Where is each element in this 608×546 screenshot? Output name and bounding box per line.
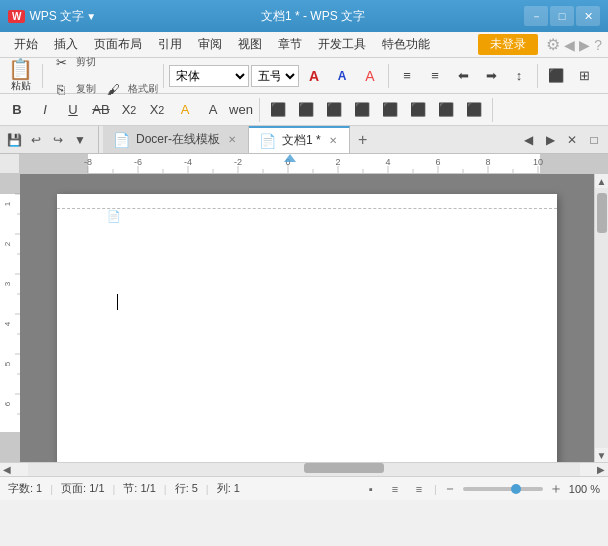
add-tab-button[interactable]: +: [350, 126, 376, 154]
subscript-button[interactable]: X2: [144, 97, 170, 123]
scrollbar-vertical: ▲ ▼: [594, 174, 608, 462]
font-size-select[interactable]: 五号 四号 三号: [251, 65, 299, 87]
sort-button[interactable]: ↕: [506, 63, 532, 89]
page-info: 页面: 1/1: [61, 481, 104, 496]
tab-restore-button[interactable]: □: [584, 130, 604, 150]
font-name-select[interactable]: 宋体: [169, 65, 249, 87]
italic-button[interactable]: I: [32, 97, 58, 123]
bullets-button[interactable]: ≡: [394, 63, 420, 89]
scroll-down-button[interactable]: ▼: [595, 448, 609, 462]
scroll-right-button[interactable]: ▶: [594, 463, 608, 477]
paste-label: 粘贴: [11, 79, 31, 93]
docer-tab-close[interactable]: ✕: [226, 133, 238, 146]
scroll-area[interactable]: 📄: [20, 174, 594, 462]
numbering-button[interactable]: ≡: [422, 63, 448, 89]
help-icon[interactable]: ?: [594, 37, 602, 53]
menu-review[interactable]: 审阅: [190, 34, 230, 55]
svg-rect-35: [0, 174, 20, 194]
forward-icon[interactable]: ▶: [579, 37, 590, 53]
sort2-button[interactable]: ⬛: [461, 97, 487, 123]
dropdown-arrow[interactable]: ▼: [86, 11, 96, 22]
save-quick-button[interactable]: 💾: [4, 130, 24, 150]
zoom-minus-button[interactable]: －: [443, 480, 457, 498]
zoom-slider[interactable]: [463, 487, 543, 491]
font-color2-button[interactable]: A: [200, 97, 226, 123]
redo-quick-button[interactable]: ↪: [48, 130, 68, 150]
quick-access-icons: 💾 ↩ ↪ ▼: [4, 126, 99, 153]
svg-rect-36: [0, 432, 20, 462]
ruler-corner: [0, 154, 20, 174]
scroll-up-button[interactable]: ▲: [595, 174, 609, 188]
login-button[interactable]: 未登录: [478, 34, 538, 55]
doc1-tab-close[interactable]: ✕: [327, 134, 339, 147]
font-color-button[interactable]: A: [357, 63, 383, 89]
wps-logo: W WPS 文字 ▼: [8, 8, 96, 25]
bold-button[interactable]: B: [4, 97, 30, 123]
tab-prev-button[interactable]: ◀: [518, 130, 538, 150]
scrollbar-v-track[interactable]: [595, 188, 608, 448]
menu-start[interactable]: 开始: [6, 34, 46, 55]
justify-button[interactable]: ⬛: [349, 97, 375, 123]
minimize-button[interactable]: －: [524, 6, 548, 26]
cut-button[interactable]: ✂: [48, 49, 74, 75]
svg-text:6: 6: [3, 401, 12, 406]
scroll-left-button[interactable]: ◀: [0, 463, 14, 477]
svg-text:5: 5: [3, 361, 12, 366]
back-icon[interactable]: ◀: [564, 37, 575, 53]
view-normal-button[interactable]: ▪: [362, 480, 380, 498]
align-center-button[interactable]: ⬛: [293, 97, 319, 123]
col-info: 列: 1: [217, 481, 240, 496]
strikethrough-button[interactable]: AB: [88, 97, 114, 123]
tab-docer[interactable]: 📄 Docer-在线模板 ✕: [103, 126, 249, 153]
view-web-button[interactable]: ≡: [410, 480, 428, 498]
paste-button[interactable]: 📋 粘贴: [4, 57, 37, 95]
menu-section[interactable]: 章节: [270, 34, 310, 55]
view-outline-button[interactable]: ≡: [386, 480, 404, 498]
tab-close2-button[interactable]: ✕: [562, 130, 582, 150]
circle-icon[interactable]: ⚙: [546, 35, 560, 54]
toolbar-1: 📋 粘贴 ✂ 剪切 ⎘ 复制 🖌 格式刷 宋体 五号 四号 三号 A A A ≡…: [0, 58, 608, 94]
doc1-tab-icon: 📄: [259, 133, 276, 149]
svg-text:1: 1: [3, 201, 12, 206]
sep5: [259, 98, 260, 122]
phonetic-button[interactable]: wen: [228, 97, 254, 123]
superscript-button[interactable]: X2: [116, 97, 142, 123]
scrollbar-h-thumb[interactable]: [304, 463, 384, 473]
zoom-plus-button[interactable]: ＋: [549, 480, 563, 498]
ruler-scale: -8 -6 -4 -2 0 2 4 6 8 10: [20, 154, 608, 173]
menu-features[interactable]: 特色功能: [374, 34, 438, 55]
undo-quick-button[interactable]: ↩: [26, 130, 46, 150]
quick-dropdown-button[interactable]: ▼: [70, 130, 90, 150]
underline-button[interactable]: U: [60, 97, 86, 123]
shrink-font-button[interactable]: A: [329, 63, 355, 89]
sep4: [537, 64, 538, 88]
indent-inc-button[interactable]: ➡: [478, 63, 504, 89]
tab-next-button[interactable]: ▶: [540, 130, 560, 150]
scrollbar-h-track[interactable]: [28, 463, 580, 476]
align-left-button[interactable]: ⬛: [543, 63, 569, 89]
document-content-area[interactable]: [117, 294, 497, 310]
menu-view[interactable]: 视图: [230, 34, 270, 55]
table-button[interactable]: ⊞: [571, 63, 597, 89]
paste-icon: 📋: [8, 59, 33, 79]
close-button[interactable]: ✕: [576, 6, 600, 26]
restore-button[interactable]: □: [550, 6, 574, 26]
tab-doc1[interactable]: 📄 文档1 * ✕: [249, 126, 350, 153]
line-spacing-button[interactable]: ⬛: [377, 97, 403, 123]
menu-devtools[interactable]: 开发工具: [310, 34, 374, 55]
indent2-button[interactable]: ⬛: [433, 97, 459, 123]
status-bar: 字数: 1 | 页面: 1/1 | 节: 1/1 | 行: 5 | 列: 1 ▪…: [0, 476, 608, 500]
zoom-thumb[interactable]: [511, 484, 521, 494]
indent1-button[interactable]: ⬛: [405, 97, 431, 123]
align-right-button[interactable]: ⬛: [321, 97, 347, 123]
svg-text:3: 3: [3, 281, 12, 286]
toolbar-2: B I U AB X2 X2 A A wen ⬛ ⬛ ⬛ ⬛ ⬛ ⬛ ⬛ ⬛: [0, 94, 608, 126]
ruler-v-svg: 1 2 3 4 5 6: [0, 174, 20, 462]
align-left2-button[interactable]: ⬛: [265, 97, 291, 123]
indent-dec-button[interactable]: ⬅: [450, 63, 476, 89]
ruler-horizontal: -8 -6 -4 -2 0 2 4 6 8 10: [0, 154, 608, 174]
scrollbar-v-thumb[interactable]: [597, 193, 607, 233]
highlight-button[interactable]: A: [172, 97, 198, 123]
tab-nav-right: ◀ ▶ ✕ □: [518, 126, 608, 153]
grow-font-button[interactable]: A: [301, 63, 327, 89]
